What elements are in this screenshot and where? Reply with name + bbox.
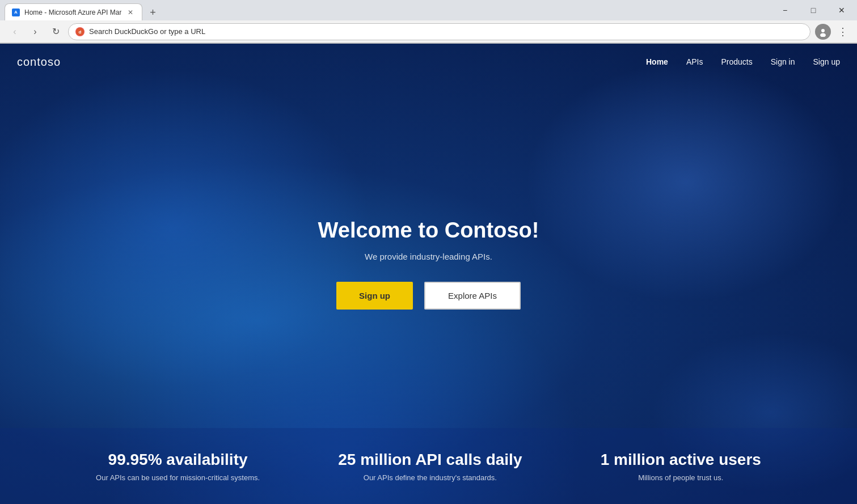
url-text: Search DuckDuckGo or type a URL (89, 27, 803, 36)
browser-icon: d (75, 27, 85, 36)
svg-point-3 (821, 29, 825, 32)
address-bar[interactable]: d Search DuckDuckGo or type a URL (68, 23, 810, 40)
tab-close-button[interactable]: ✕ (126, 8, 135, 17)
minimize-button[interactable]: − (772, 1, 798, 19)
nav-links: Home APIs Products Sign in Sign up (646, 57, 840, 66)
hero-subtitle: We provide industry-leading APIs. (365, 252, 492, 261)
new-tab-button[interactable]: + (145, 5, 161, 20)
maximize-button[interactable]: □ (800, 1, 826, 19)
signup-button[interactable]: Sign up (336, 282, 413, 310)
site-logo[interactable]: contoso (17, 56, 61, 69)
nav-signin[interactable]: Sign in (771, 57, 795, 66)
nav-products[interactable]: Products (721, 57, 752, 66)
nav-signup[interactable]: Sign up (813, 57, 840, 66)
hero-buttons: Sign up Explore APIs (336, 282, 521, 310)
profile-button[interactable] (815, 24, 831, 40)
browser-menu-button[interactable]: ⋮ (835, 23, 850, 40)
profile-icon (818, 27, 828, 37)
hero-title: Welcome to Contoso! (318, 218, 539, 243)
forward-button[interactable]: › (27, 24, 43, 40)
svg-text:d: d (79, 29, 82, 35)
duckduckgo-icon: d (76, 28, 84, 36)
tab-favicon: A (12, 9, 20, 16)
back-button[interactable]: ‹ (7, 24, 23, 40)
hero-content: Welcome to Contoso! We provide industry-… (0, 80, 857, 504)
close-button[interactable]: ✕ (829, 1, 855, 19)
nav-home[interactable]: Home (646, 57, 668, 66)
hero-section: contoso Home APIs Products Sign in Sign … (0, 44, 857, 504)
website-content: contoso Home APIs Products Sign in Sign … (0, 44, 857, 504)
browser-tab-active[interactable]: A Home - Microsoft Azure API Mar ✕ (5, 3, 142, 20)
explore-apis-button[interactable]: Explore APIs (424, 282, 521, 310)
refresh-button[interactable]: ↻ (48, 24, 64, 40)
main-nav: contoso Home APIs Products Sign in Sign … (0, 44, 857, 80)
nav-apis[interactable]: APIs (686, 57, 703, 66)
tab-title: Home - Microsoft Azure API Mar (24, 9, 121, 16)
